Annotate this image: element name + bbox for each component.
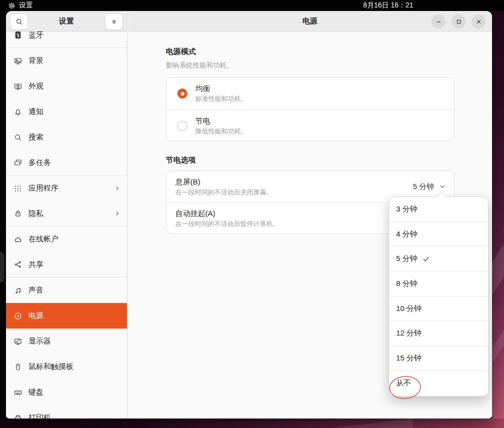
main-menu-button[interactable]: [105, 14, 123, 30]
dropdown-option-6[interactable]: 12 分钟: [389, 321, 488, 346]
chevron-down-icon: [439, 183, 446, 190]
sidebar-item-notifications[interactable]: 通知: [6, 99, 127, 124]
row-subtitle: 在一段时间的不活动后关闭屏幕。: [175, 188, 413, 197]
sidebar-item-background[interactable]: 背景: [6, 48, 127, 74]
desktop-screen: 设置 8月16日 16：21 设置 蓝牙背景外观通知搜索多任务应用程序: [0, 0, 504, 428]
option-title: 均衡: [195, 84, 446, 94]
minimize-icon: [435, 18, 443, 26]
printer-icon: [14, 414, 22, 419]
search-icon: [14, 134, 22, 142]
sidebar-item-multitasking[interactable]: 多任务: [6, 150, 127, 176]
power-mode-description: 影响系统性能和功耗。: [166, 61, 233, 70]
radio-unselected[interactable]: [177, 121, 187, 131]
dropdown-option-label: 8 分钟: [396, 279, 418, 288]
dropdown-option-label: 5 分钟: [396, 254, 418, 264]
sidebar-item-label: 背景: [28, 56, 43, 66]
sidebar-item-label: 显示器: [28, 336, 51, 346]
dropdown-option-label: 10 分钟: [396, 304, 422, 314]
sidebar-item-privacy[interactable]: 隐私: [6, 201, 127, 226]
dropdown-option-1[interactable]: 3 分钟: [389, 197, 488, 222]
dropdown-option-label: 4 分钟: [396, 230, 418, 239]
settings-window: 设置 蓝牙背景外观通知搜索多任务应用程序隐私在线帐户共享声音电源显示器鼠标和触摸…: [6, 11, 492, 418]
sidebar-item-label: 搜索: [28, 132, 43, 142]
maximize-button[interactable]: [452, 14, 466, 28]
sidebar-item-search[interactable]: 搜索: [6, 124, 127, 150]
hamburger-menu-icon: [110, 18, 118, 26]
power-mode-card: 均衡标准性能和功耗。节电降低性能和功耗。: [166, 77, 455, 141]
sidebar-item-label: 蓝牙: [28, 32, 43, 40]
window-controls: [432, 14, 486, 28]
topbar-active-app[interactable]: 设置: [8, 0, 33, 11]
topbar-clock[interactable]: 8月16日 16：21: [363, 0, 413, 11]
search-button[interactable]: [10, 14, 28, 30]
sharing-icon: [14, 260, 22, 268]
topbar-app-label: 设置: [19, 1, 33, 10]
sidebar-item-power[interactable]: 电源: [6, 303, 127, 328]
close-button[interactable]: [472, 14, 486, 28]
option-title: 节电: [195, 116, 446, 126]
sidebar-item-label: 通知: [28, 107, 43, 116]
bluetooth-icon: [14, 32, 22, 39]
power-icon: [14, 312, 22, 320]
sidebar-list[interactable]: 蓝牙背景外观通知搜索多任务应用程序隐私在线帐户共享声音电源显示器鼠标和触摸板键盘…: [6, 32, 127, 418]
sidebar-item-label: 打印机: [28, 413, 51, 418]
dropdown-option-7[interactable]: 15 分钟: [389, 346, 488, 371]
chevron-right-icon: [114, 185, 121, 192]
power-saving-heading: 节电选项: [166, 156, 196, 165]
mouse-icon: [14, 363, 22, 371]
sidebar-item-label: 在线帐户: [28, 234, 58, 244]
sidebar-item-displays[interactable]: 显示器: [6, 328, 127, 354]
applications-icon: [14, 184, 22, 192]
background-icon: [14, 57, 22, 65]
appearance-icon: [14, 82, 22, 90]
sidebar-item-online-accounts[interactable]: 在线帐户: [6, 226, 127, 252]
option-subtitle: 标准性能和功耗。: [195, 94, 446, 104]
sidebar-item-label: 隐私: [28, 209, 43, 218]
main-panel: 电源 电源模式 影响系统性能和功耗。 均衡标准性能和功耗。节电降低性能和功耗。 …: [128, 11, 492, 418]
power-mode-option-1[interactable]: 节电降低性能和功耗。: [166, 110, 454, 141]
radio-selected[interactable]: [177, 88, 187, 98]
power-mode-heading: 电源模式: [166, 47, 196, 56]
row-title: 息屏(B): [175, 177, 413, 187]
sidebar-item-label: 鼠标和触摸板: [28, 362, 73, 372]
sidebar-item-mouse-touchpad[interactable]: 鼠标和触摸板: [6, 354, 127, 380]
notifications-icon: [14, 108, 22, 116]
sidebar: 设置 蓝牙背景外观通知搜索多任务应用程序隐私在线帐户共享声音电源显示器鼠标和触摸…: [6, 11, 127, 418]
sidebar-item-label: 声音: [28, 286, 43, 295]
blank-screen-dropdown-button[interactable]: 5 分钟: [413, 182, 446, 192]
sidebar-item-bluetooth[interactable]: 蓝牙: [6, 32, 127, 48]
sidebar-item-sound[interactable]: 声音: [6, 278, 127, 303]
sidebar-item-keyboard[interactable]: 键盘: [6, 380, 127, 405]
chevron-right-icon: [114, 210, 121, 217]
popup-caret: [437, 192, 446, 197]
sidebar-item-sharing[interactable]: 共享: [6, 252, 127, 278]
blank-screen-dropdown-popup: 3 分钟4 分钟5 分钟8 分钟10 分钟12 分钟15 分钟从不: [389, 196, 489, 396]
settings-gear-icon: [8, 2, 15, 10]
dropdown-option-8[interactable]: 从不: [389, 371, 488, 396]
sidebar-item-label: 键盘: [28, 388, 43, 397]
sidebar-item-label: 电源: [28, 311, 43, 320]
sidebar-item-appearance[interactable]: 外观: [6, 74, 127, 99]
option-subtitle: 降低性能和功耗。: [195, 127, 446, 136]
search-icon: [15, 18, 23, 26]
sidebar-header: 设置: [6, 11, 127, 32]
maximize-icon: [455, 18, 463, 26]
minimize-button[interactable]: [432, 14, 446, 28]
dock-notch: [0, 252, 4, 282]
sidebar-item-printers[interactable]: 打印机: [6, 405, 127, 418]
sidebar-item-label: 多任务: [28, 158, 51, 168]
dropdown-option-label: 15 分钟: [396, 354, 422, 363]
main-header: 电源: [128, 11, 492, 32]
close-icon: [475, 18, 483, 26]
dropdown-option-4[interactable]: 8 分钟: [389, 272, 488, 296]
power-mode-option-0[interactable]: 均衡标准性能和功耗。: [166, 78, 454, 110]
top-bar: 设置 8月16日 16：21: [0, 0, 504, 11]
dropdown-value: 5 分钟: [413, 182, 434, 192]
dropdown-option-3[interactable]: 5 分钟: [389, 246, 488, 272]
dropdown-option-label: 从不: [396, 378, 411, 388]
dropdown-option-2[interactable]: 4 分钟: [389, 222, 488, 247]
wallpaper-bottom: [0, 418, 504, 428]
sidebar-item-applications[interactable]: 应用程序: [6, 176, 127, 201]
wallpaper-right: [492, 0, 504, 428]
dropdown-option-5[interactable]: 10 分钟: [389, 296, 488, 322]
